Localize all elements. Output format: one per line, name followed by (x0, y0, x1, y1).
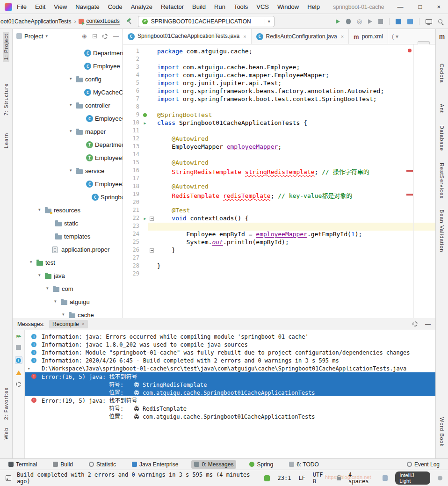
menu-file[interactable]: File (17, 3, 27, 10)
assistant-widget-icon[interactable] (264, 475, 270, 481)
toolwindow-button-1-project[interactable]: 1: Project (3, 32, 9, 62)
message-line[interactable]: 符号: 类 StringRedisTemplate (25, 380, 435, 388)
tree-expand-arrow[interactable]: ▾ (54, 299, 57, 304)
tree-item-employeeco[interactable]: CEmployeeCo (13, 112, 123, 125)
hidden-tabs-indicator[interactable]: (▾ (388, 29, 402, 44)
collapse-all-icon[interactable] (93, 34, 97, 38)
tab-springboot01cacheapplicationtests-java[interactable]: CSpringboot01CacheApplicationTests.java× (123, 29, 252, 44)
maximize-icon[interactable]: □ (419, 3, 422, 10)
toolwindow-button-word-book[interactable]: Word Book (439, 417, 445, 447)
tree-expand-arrow[interactable]: ▾ (70, 129, 72, 133)
toolwindow-button-learn[interactable]: Learn (3, 133, 9, 148)
locate-file-icon[interactable]: ⊕ (82, 33, 87, 39)
tree-expand-arrow[interactable]: ▾ (70, 102, 72, 107)
menu-navigate[interactable]: Navigate (75, 3, 99, 10)
menu-view[interactable]: View (54, 3, 67, 10)
message-line[interactable]: iInformation: javac 1.8.0_202 was used t… (25, 341, 435, 348)
tree-expand-arrow[interactable]: ▾ (30, 260, 32, 264)
gear-icon[interactable] (102, 34, 108, 39)
tree-item-com[interactable]: ▾com (13, 283, 123, 296)
menu-help[interactable]: Help (307, 3, 320, 10)
minimize-icon[interactable]: — (397, 3, 404, 10)
tree-expand-arrow[interactable]: ▾ (38, 207, 41, 212)
tree-item-mapper[interactable]: ▾mapper (13, 125, 123, 138)
tree-expand-arrow[interactable]: ▾ (46, 286, 49, 290)
message-line[interactable]: !Error:(16, 5) java: 找不到符号 (25, 372, 435, 380)
toolwindow-button-web[interactable]: Web (3, 428, 9, 439)
toolwindow-button-bean-validation[interactable]: Bean Validation (439, 210, 445, 252)
toolwindow-button-6-todo[interactable]: 6: TODO (286, 460, 322, 469)
close-icon[interactable]: × (82, 321, 85, 326)
tree-item-atguigu[interactable]: ▾atguigu (13, 296, 123, 309)
rerun-icon[interactable]: ▶▶ (16, 334, 20, 338)
warning-icon[interactable] (16, 370, 22, 375)
toolwindow-toggle-icon[interactable] (6, 475, 11, 481)
toolwindow-button-spring[interactable]: Spring (246, 460, 276, 469)
tree-item-controller[interactable]: ▾controller (13, 99, 123, 112)
toolwindow-button-0-messages[interactable]: 0: Messages (191, 460, 236, 469)
chevron-down-icon[interactable]: ▾ (45, 34, 48, 38)
tab-recompile[interactable]: Recompile × (49, 320, 88, 328)
search-icon[interactable] (438, 19, 442, 23)
pause-output-icon[interactable] (16, 345, 21, 350)
hide-panel-icon[interactable]: — (425, 321, 431, 327)
debug-bug-icon[interactable] (346, 19, 351, 24)
stop-icon[interactable] (378, 19, 383, 24)
fold-marker-icon[interactable] (150, 248, 154, 253)
tree-expand-arrow[interactable]: ▾ (70, 168, 72, 173)
gear-icon[interactable] (412, 321, 418, 326)
tree-item-employeese[interactable]: CEmployeeSe (13, 178, 123, 191)
message-line[interactable]: iInformation: java: Errors occurred whil… (25, 333, 435, 341)
toolwindow-button-codota[interactable]: Codota (439, 64, 445, 83)
toolwindow-button-terminal[interactable]: Terminal (6, 460, 40, 469)
toolwindow-button-restservices[interactable]: RestServices (439, 163, 445, 199)
fold-marker-icon[interactable] (150, 217, 154, 221)
tree-item-employeema[interactable]: IEmployeeMa (13, 152, 123, 165)
tree-item-springboot01[interactable]: CSpringboot01 (13, 191, 123, 204)
message-line[interactable]: 符号: 类 RedisTemplate (25, 404, 435, 412)
tree-item-config[interactable]: ▾config (13, 73, 123, 86)
tree-item-mycachecon[interactable]: CMyCacheCon (13, 86, 123, 99)
toolwindow-button-build[interactable]: Build (50, 460, 76, 469)
settings-wrench-icon[interactable] (16, 382, 21, 387)
menu-analyze[interactable]: Analyze (131, 3, 152, 10)
close-icon[interactable]: × (243, 34, 246, 39)
run-gutter-icon[interactable]: ▶ (142, 215, 148, 223)
tree-item-cache[interactable]: ▾cache (13, 309, 123, 318)
notifications-bell-icon[interactable] (438, 476, 442, 480)
breadcrumb-class[interactable]: oot01CacheApplicationTests (0, 18, 71, 25)
menu-run[interactable]: Run (214, 3, 225, 10)
spring-bean-icon[interactable] (143, 113, 147, 117)
menu-code[interactable]: Code (108, 3, 123, 10)
tree-item-department[interactable]: CDepartment (13, 47, 123, 60)
message-line[interactable]: iInformation: 2020/4/26 6:45 - Build com… (25, 356, 435, 364)
menu-window[interactable]: Window (277, 3, 299, 10)
menu-refactor[interactable]: Refactor (161, 3, 184, 10)
caret-position[interactable]: 23:1 (277, 475, 291, 481)
encoding[interactable]: UTF-8 (313, 471, 329, 485)
menu-edit[interactable]: Edit (35, 3, 45, 10)
tree-item-department[interactable]: IDepartment (13, 138, 123, 152)
tree-item-application-proper[interactable]: application.proper (13, 243, 123, 256)
toolwindow-button-2-favorites[interactable]: 2: Favorites (3, 387, 9, 420)
run-icon[interactable] (336, 19, 340, 24)
menu-build[interactable]: Build (192, 3, 206, 10)
breadcrumb-method[interactable]: contextLoads (86, 18, 119, 25)
error-indicator-icon[interactable] (408, 49, 412, 52)
tree-item-templates[interactable]: templates (13, 230, 123, 243)
tree-item-service[interactable]: ▾service (13, 165, 123, 178)
tab-redisautoconfiguration-java[interactable]: CRedisAutoConfiguration.java× (252, 29, 349, 44)
message-line[interactable]: ▾D:\Workspace\Java\springboot-01-cache\s… (25, 364, 435, 372)
toolwindow-button-statistic[interactable]: Statistic (86, 460, 119, 469)
maven-icon[interactable]: m (439, 33, 445, 40)
toolwindow-button-ant[interactable]: Ant (439, 104, 445, 113)
run-configuration-select[interactable]: SPRINGBOOT01CACHEAPPLICATION ▾ (138, 16, 275, 27)
run-disabled-icon[interactable] (368, 19, 372, 24)
lock-icon[interactable] (337, 477, 341, 480)
message-line[interactable]: 位置: 类 com.atguigu.cache.Springboot01Cach… (25, 412, 435, 420)
tree-expand-arrow[interactable]: ▾ (38, 273, 41, 277)
code-editor[interactable]: 1package com.atguigu.cache;23import com.… (123, 44, 435, 318)
line-ending[interactable]: LF (298, 475, 305, 481)
error-stripe-mark[interactable] (406, 194, 413, 196)
status-misc-icon[interactable] (383, 475, 388, 481)
